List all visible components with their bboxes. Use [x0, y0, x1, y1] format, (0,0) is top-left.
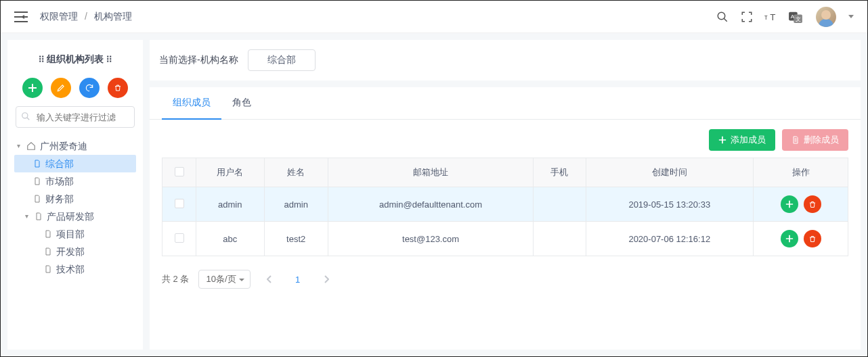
svg-point-8 — [22, 113, 28, 118]
topbar: 权限管理 / 机构管理 тT A文 — [1, 1, 867, 33]
delete-member-label: 删除成员 — [804, 134, 839, 146]
th-name: 姓名 — [264, 158, 328, 187]
row-delete-button[interactable] — [804, 195, 821, 213]
table-wrap: 用户名 姓名 邮箱地址 手机 创建时间 操作 admin admin — [150, 158, 861, 263]
svg-text:A: A — [791, 13, 795, 19]
svg-line-1 — [724, 18, 727, 22]
cell-created: 2019-05-15 13:20:33 — [586, 187, 753, 222]
main: ⁝⁝ 组织机构列表 ⁝⁝ ▾广州爱奇迪 综合部 市场部 财务部 ▾产品研发部 项… — [1, 33, 867, 356]
avatar-caret-icon[interactable] — [848, 15, 854, 18]
edit-org-button[interactable] — [51, 78, 71, 98]
panel: 组织成员 角色 添加成员 删除成员 用户名 姓名 邮箱地址 手机 — [150, 87, 861, 350]
tree-node-yanfa[interactable]: ▾产品研发部 — [14, 208, 136, 225]
delete-member-button[interactable]: 删除成员 — [782, 129, 848, 151]
search-input[interactable] — [16, 106, 135, 128]
tree-label: 产品研发部 — [47, 208, 94, 225]
table-row[interactable]: abc test2 test@123.com 2020-07-06 12:16:… — [162, 222, 848, 256]
selection-bar: 当前选择-机构名称 综合部 — [150, 40, 861, 80]
row-actions — [759, 195, 842, 213]
pagesize-select[interactable]: 10条/页 — [198, 270, 250, 289]
file-icon — [33, 159, 41, 168]
language-icon[interactable]: A文 — [789, 10, 802, 24]
row-add-button[interactable] — [781, 230, 798, 247]
expand-icon[interactable]: ▾ — [25, 208, 33, 225]
th-email: 邮箱地址 — [328, 158, 534, 187]
add-org-button[interactable] — [22, 78, 43, 98]
tree-node-kaifa[interactable]: 开发部 — [14, 243, 136, 260]
th-check — [162, 158, 196, 187]
fullscreen-icon[interactable] — [740, 10, 754, 24]
refresh-org-button[interactable] — [79, 78, 100, 98]
cell-name: admin — [264, 187, 328, 222]
checkbox[interactable] — [175, 233, 184, 243]
pagesize-label: 10条/页 — [206, 273, 236, 285]
topbar-right: тT A文 — [716, 7, 854, 27]
breadcrumb-sep: / — [85, 11, 87, 22]
avatar[interactable] — [816, 7, 836, 27]
sidebar-search — [7, 106, 143, 135]
cell-created: 2020-07-06 12:16:12 — [586, 222, 753, 256]
svg-point-0 — [718, 12, 725, 20]
row-add-button[interactable] — [781, 195, 798, 213]
tree-label: 市场部 — [45, 172, 74, 190]
textsize-icon[interactable]: тT — [764, 10, 778, 24]
home-icon — [26, 141, 36, 151]
breadcrumb: 权限管理 / 机构管理 — [40, 11, 132, 23]
toolbar: 添加成员 删除成员 — [150, 120, 861, 158]
page-next-button[interactable] — [317, 270, 336, 289]
checkbox[interactable] — [175, 199, 184, 208]
tree-node-root[interactable]: ▾广州爱奇迪 — [14, 137, 136, 155]
tree-label: 广州爱奇迪 — [40, 137, 87, 155]
delete-org-button[interactable] — [108, 78, 128, 98]
tab-roles[interactable]: 角色 — [221, 87, 262, 119]
cell-user: admin — [196, 187, 265, 222]
page-prev-button[interactable] — [260, 270, 279, 289]
org-tree: ▾广州爱奇迪 综合部 市场部 财务部 ▾产品研发部 项目部 开发部 技术部 — [7, 135, 143, 278]
table-row[interactable]: admin admin admin@defaulttenant.com 2019… — [162, 187, 848, 222]
checkbox-all[interactable] — [175, 167, 184, 176]
svg-line-9 — [27, 118, 30, 120]
content: 当前选择-机构名称 综合部 组织成员 角色 添加成员 删除成员 用户名 — [150, 40, 861, 350]
th-ops: 操作 — [754, 158, 848, 187]
file-icon — [44, 229, 52, 239]
breadcrumb-a[interactable]: 权限管理 — [40, 11, 78, 22]
row-delete-button[interactable] — [804, 230, 821, 247]
add-member-label: 添加成员 — [731, 134, 766, 146]
tabs: 组织成员 角色 — [150, 87, 861, 120]
cell-email: test@123.com — [328, 222, 534, 256]
selection-value: 综合部 — [248, 49, 316, 71]
search-input-icon — [21, 112, 30, 121]
cell-phone — [534, 187, 586, 222]
file-icon — [33, 194, 41, 204]
cell-email: admin@defaulttenant.com — [328, 187, 534, 222]
svg-text:T: T — [770, 12, 775, 22]
page-number[interactable]: 1 — [288, 270, 307, 289]
svg-text:т: т — [764, 14, 768, 21]
row-actions — [759, 230, 842, 247]
cell-phone — [534, 222, 586, 256]
menu-toggle-icon[interactable] — [14, 11, 28, 22]
tree-node-zonghe[interactable]: 综合部 — [14, 155, 136, 172]
file-icon — [33, 176, 41, 186]
table-header-row: 用户名 姓名 邮箱地址 手机 创建时间 操作 — [162, 158, 848, 187]
tree-node-shichang[interactable]: 市场部 — [14, 172, 136, 190]
breadcrumb-b[interactable]: 机构管理 — [94, 11, 132, 22]
add-member-button[interactable]: 添加成员 — [709, 129, 775, 151]
tree-label: 技术部 — [56, 260, 85, 278]
cell-name: test2 — [264, 222, 328, 256]
sidebar-actions — [7, 78, 143, 106]
tree-node-jishu[interactable]: 技术部 — [14, 260, 136, 278]
sidebar-title: ⁝⁝ 组织机构列表 ⁝⁝ — [7, 49, 143, 78]
selection-label: 当前选择-机构名称 — [159, 54, 238, 66]
tree-label: 项目部 — [56, 225, 85, 243]
tab-members[interactable]: 组织成员 — [162, 87, 221, 120]
sidebar: ⁝⁝ 组织机构列表 ⁝⁝ ▾广州爱奇迪 综合部 市场部 财务部 ▾产品研发部 项… — [7, 40, 143, 350]
th-user: 用户名 — [196, 158, 265, 187]
cell-user: abc — [196, 222, 265, 256]
search-icon[interactable] — [716, 10, 729, 24]
tree-node-xiangmu[interactable]: 项目部 — [14, 225, 136, 243]
total-label: 共 2 条 — [162, 273, 189, 285]
tree-node-caiwu[interactable]: 财务部 — [14, 190, 136, 208]
expand-icon[interactable]: ▾ — [17, 137, 25, 155]
th-phone: 手机 — [534, 158, 586, 187]
